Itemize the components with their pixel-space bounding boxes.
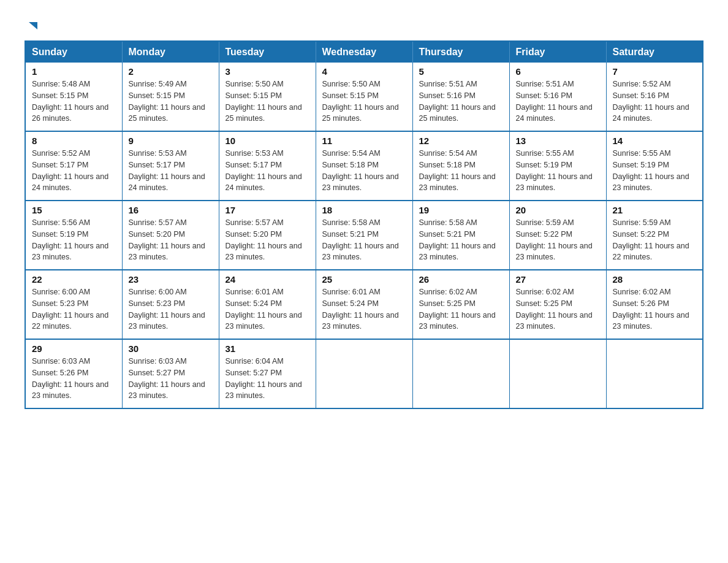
- day-info: Sunrise: 5:55 AMSunset: 5:19 PMDaylight:…: [613, 149, 689, 192]
- calendar-cell: [509, 339, 606, 408]
- calendar-cell: 27Sunrise: 6:02 AMSunset: 5:25 PMDayligh…: [509, 270, 606, 339]
- calendar-cell: 6Sunrise: 5:51 AMSunset: 5:16 PMDaylight…: [509, 63, 606, 131]
- day-number: 19: [419, 205, 503, 215]
- day-info: Sunrise: 5:51 AMSunset: 5:16 PMDaylight:…: [516, 80, 593, 123]
- day-info: Sunrise: 5:52 AMSunset: 5:17 PMDaylight:…: [32, 149, 108, 192]
- day-number: 17: [226, 205, 309, 215]
- day-number: 8: [32, 136, 116, 146]
- day-number: 16: [129, 205, 213, 215]
- calendar-cell: 10Sunrise: 5:53 AMSunset: 5:17 PMDayligh…: [219, 131, 316, 201]
- day-number: 26: [419, 274, 503, 285]
- day-info: Sunrise: 5:59 AMSunset: 5:22 PMDaylight:…: [613, 218, 689, 261]
- day-number: 2: [129, 66, 213, 77]
- svg-marker-0: [29, 22, 37, 29]
- day-number: 5: [419, 66, 503, 77]
- day-info: Sunrise: 5:54 AMSunset: 5:18 PMDaylight:…: [419, 149, 496, 192]
- day-number: 14: [613, 136, 697, 146]
- day-info: Sunrise: 5:59 AMSunset: 5:22 PMDaylight:…: [516, 218, 593, 261]
- calendar-cell: 24Sunrise: 6:01 AMSunset: 5:24 PMDayligh…: [219, 270, 316, 339]
- day-info: Sunrise: 6:01 AMSunset: 5:24 PMDaylight:…: [322, 288, 399, 331]
- calendar-cell: 28Sunrise: 6:02 AMSunset: 5:26 PMDayligh…: [606, 270, 703, 339]
- calendar-cell: 20Sunrise: 5:59 AMSunset: 5:22 PMDayligh…: [509, 201, 606, 270]
- calendar-cell: [606, 339, 703, 408]
- column-header-thursday: Thursday: [412, 41, 509, 63]
- day-info: Sunrise: 5:57 AMSunset: 5:20 PMDaylight:…: [226, 218, 302, 261]
- column-header-tuesday: Tuesday: [219, 41, 316, 63]
- day-number: 9: [129, 136, 213, 146]
- day-number: 23: [129, 274, 213, 285]
- day-info: Sunrise: 6:02 AMSunset: 5:26 PMDaylight:…: [613, 288, 689, 331]
- day-info: Sunrise: 6:01 AMSunset: 5:24 PMDaylight:…: [226, 288, 302, 331]
- day-number: 24: [226, 274, 309, 285]
- calendar-cell: 5Sunrise: 5:51 AMSunset: 5:16 PMDaylight…: [412, 63, 509, 131]
- calendar-cell: 13Sunrise: 5:55 AMSunset: 5:19 PMDayligh…: [509, 131, 606, 201]
- calendar-cell: 2Sunrise: 5:49 AMSunset: 5:15 PMDaylight…: [122, 63, 219, 131]
- day-info: Sunrise: 6:02 AMSunset: 5:25 PMDaylight:…: [419, 288, 496, 331]
- calendar-cell: 29Sunrise: 6:03 AMSunset: 5:26 PMDayligh…: [25, 339, 122, 408]
- calendar-cell: [412, 339, 509, 408]
- day-info: Sunrise: 5:56 AMSunset: 5:19 PMDaylight:…: [32, 218, 108, 261]
- calendar-week-row: 1Sunrise: 5:48 AMSunset: 5:15 PMDaylight…: [25, 63, 703, 131]
- day-number: 11: [322, 136, 406, 146]
- day-info: Sunrise: 6:02 AMSunset: 5:25 PMDaylight:…: [516, 288, 593, 331]
- calendar-cell: 8Sunrise: 5:52 AMSunset: 5:17 PMDaylight…: [25, 131, 122, 201]
- calendar-cell: [316, 339, 412, 408]
- day-number: 21: [613, 205, 697, 215]
- day-number: 1: [32, 66, 116, 77]
- day-number: 7: [613, 66, 697, 77]
- calendar-cell: 16Sunrise: 5:57 AMSunset: 5:20 PMDayligh…: [122, 201, 219, 270]
- calendar-cell: 7Sunrise: 5:52 AMSunset: 5:16 PMDaylight…: [606, 63, 703, 131]
- day-info: Sunrise: 5:53 AMSunset: 5:17 PMDaylight:…: [226, 149, 302, 192]
- calendar-cell: 3Sunrise: 5:50 AMSunset: 5:15 PMDaylight…: [219, 63, 316, 131]
- day-info: Sunrise: 5:57 AMSunset: 5:20 PMDaylight:…: [129, 218, 205, 261]
- calendar-cell: 25Sunrise: 6:01 AMSunset: 5:24 PMDayligh…: [316, 270, 412, 339]
- calendar-cell: 15Sunrise: 5:56 AMSunset: 5:19 PMDayligh…: [25, 201, 122, 270]
- day-number: 4: [322, 66, 406, 77]
- calendar-cell: 21Sunrise: 5:59 AMSunset: 5:22 PMDayligh…: [606, 201, 703, 270]
- day-number: 10: [226, 136, 309, 146]
- day-info: Sunrise: 5:58 AMSunset: 5:21 PMDaylight:…: [419, 218, 496, 261]
- day-number: 29: [32, 343, 116, 354]
- calendar-week-row: 22Sunrise: 6:00 AMSunset: 5:23 PMDayligh…: [25, 270, 703, 339]
- calendar-cell: 17Sunrise: 5:57 AMSunset: 5:20 PMDayligh…: [219, 201, 316, 270]
- day-number: 12: [419, 136, 503, 146]
- calendar-cell: 12Sunrise: 5:54 AMSunset: 5:18 PMDayligh…: [412, 131, 509, 201]
- calendar-table: SundayMondayTuesdayWednesdayThursdayFrid…: [25, 40, 703, 409]
- day-number: 20: [516, 205, 600, 215]
- day-info: Sunrise: 5:49 AMSunset: 5:15 PMDaylight:…: [129, 80, 205, 123]
- calendar-cell: 19Sunrise: 5:58 AMSunset: 5:21 PMDayligh…: [412, 201, 509, 270]
- day-info: Sunrise: 6:00 AMSunset: 5:23 PMDaylight:…: [129, 288, 205, 331]
- calendar-cell: 1Sunrise: 5:48 AMSunset: 5:15 PMDaylight…: [25, 63, 122, 131]
- day-info: Sunrise: 5:58 AMSunset: 5:21 PMDaylight:…: [322, 218, 399, 261]
- day-info: Sunrise: 5:53 AMSunset: 5:17 PMDaylight:…: [129, 149, 205, 192]
- column-header-sunday: Sunday: [25, 41, 122, 63]
- day-number: 27: [516, 274, 600, 285]
- calendar-cell: 4Sunrise: 5:50 AMSunset: 5:15 PMDaylight…: [316, 63, 412, 131]
- day-number: 18: [322, 205, 406, 215]
- column-header-saturday: Saturday: [606, 41, 703, 63]
- calendar-cell: 22Sunrise: 6:00 AMSunset: 5:23 PMDayligh…: [25, 270, 122, 339]
- column-header-monday: Monday: [122, 41, 219, 63]
- calendar-cell: 9Sunrise: 5:53 AMSunset: 5:17 PMDaylight…: [122, 131, 219, 201]
- day-number: 22: [32, 274, 116, 285]
- calendar-cell: 31Sunrise: 6:04 AMSunset: 5:27 PMDayligh…: [219, 339, 316, 408]
- calendar-cell: 23Sunrise: 6:00 AMSunset: 5:23 PMDayligh…: [122, 270, 219, 339]
- day-info: Sunrise: 5:51 AMSunset: 5:16 PMDaylight:…: [419, 80, 496, 123]
- day-info: Sunrise: 5:55 AMSunset: 5:19 PMDaylight:…: [516, 149, 593, 192]
- calendar-week-row: 29Sunrise: 6:03 AMSunset: 5:26 PMDayligh…: [25, 339, 703, 408]
- calendar-header-row: SundayMondayTuesdayWednesdayThursdayFrid…: [25, 41, 703, 63]
- logo: [25, 18, 39, 33]
- day-info: Sunrise: 5:50 AMSunset: 5:15 PMDaylight:…: [226, 80, 302, 123]
- day-number: 30: [129, 343, 213, 354]
- day-number: 25: [322, 274, 406, 285]
- day-number: 3: [226, 66, 309, 77]
- column-header-friday: Friday: [509, 41, 606, 63]
- calendar-cell: 30Sunrise: 6:03 AMSunset: 5:27 PMDayligh…: [122, 339, 219, 408]
- page-header: [25, 18, 703, 33]
- column-header-wednesday: Wednesday: [316, 41, 412, 63]
- day-number: 13: [516, 136, 600, 146]
- day-info: Sunrise: 5:52 AMSunset: 5:16 PMDaylight:…: [613, 80, 689, 123]
- calendar-week-row: 15Sunrise: 5:56 AMSunset: 5:19 PMDayligh…: [25, 201, 703, 270]
- calendar-cell: 14Sunrise: 5:55 AMSunset: 5:19 PMDayligh…: [606, 131, 703, 201]
- day-info: Sunrise: 6:03 AMSunset: 5:26 PMDaylight:…: [32, 357, 108, 400]
